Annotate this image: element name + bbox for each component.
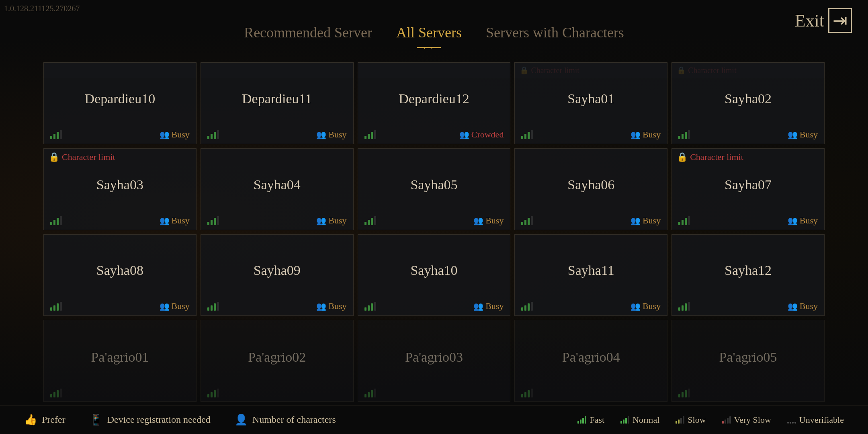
tab-active-indicator: · · <box>424 44 434 53</box>
status-icon: 👥 <box>316 216 326 225</box>
status-badge: 👥Busy <box>316 215 346 226</box>
server-name: Pa'agrio03 <box>364 328 504 386</box>
server-footer: 👥Busy <box>207 301 347 311</box>
server-footer <box>678 389 818 397</box>
signal-bars <box>50 216 62 225</box>
tab-recommended[interactable]: Recommended Server <box>244 24 372 45</box>
server-card[interactable]: Pa'agrio01 <box>43 320 197 402</box>
server-name: Sayha11 <box>521 243 661 299</box>
status-label: Busy <box>328 215 346 226</box>
signal-bars <box>678 216 690 225</box>
server-footer: 👥Busy <box>364 301 504 311</box>
server-name: Sayha04 <box>207 157 347 213</box>
server-footer: 👥Busy <box>50 301 190 311</box>
server-card[interactable]: Pa'agrio03 <box>358 320 511 402</box>
server-card[interactable]: 🔒Character limitSayha07👥Busy <box>671 148 825 230</box>
char-limit-badge: 🔒Character limit <box>677 152 743 162</box>
server-name: Sayha10 <box>364 243 504 299</box>
server-name: Pa'agrio05 <box>678 328 818 386</box>
server-card[interactable]: Pa'agrio05 <box>671 320 825 402</box>
lock-icon: 🔒 <box>49 152 59 162</box>
server-footer: 👥Busy <box>678 301 818 311</box>
server-card[interactable]: Sayha06👥Busy <box>514 148 667 230</box>
signal-bars <box>364 216 376 225</box>
server-card[interactable]: Pa'agrio04 <box>514 320 667 402</box>
legend-num-chars: 👤 Number of characters <box>235 414 336 426</box>
num-chars-icon: 👤 <box>235 414 248 426</box>
status-icon: 👥 <box>631 130 641 139</box>
server-card[interactable]: Sayha01👥Busy <box>514 62 667 144</box>
signal-bars <box>678 130 690 139</box>
speed-label-very-slow: Very Slow <box>734 415 771 425</box>
tab-bar: Recommended Server All Servers · · Serve… <box>244 24 624 45</box>
speed-bars-normal <box>620 416 629 424</box>
signal-bars <box>521 302 533 311</box>
exit-label: Exit <box>795 10 824 31</box>
signal-bars <box>207 216 219 225</box>
server-footer: 👥Busy <box>521 129 661 140</box>
server-footer: 👥Busy <box>364 215 504 226</box>
status-label: Crowded <box>471 129 504 140</box>
speed-item-fast: Fast <box>577 415 604 425</box>
speed-bars-fast <box>577 416 586 424</box>
server-card[interactable]: Sayha08👥Busy <box>43 234 197 316</box>
char-limit-badge: 🔒Character limit <box>49 152 115 162</box>
server-name: Pa'agrio04 <box>521 328 661 386</box>
speed-item-slow: Slow <box>676 415 706 425</box>
tab-servers-with-characters[interactable]: Servers with Characters <box>486 24 624 45</box>
speed-item-very-slow: Very Slow <box>722 415 771 425</box>
signal-bars <box>521 130 533 139</box>
signal-bars <box>207 389 219 397</box>
status-label: Busy <box>172 129 190 140</box>
exit-button[interactable]: Exit ⇥ <box>795 8 852 33</box>
server-footer: 👥Busy <box>678 215 818 226</box>
status-badge: 👥Busy <box>631 129 661 140</box>
server-card[interactable]: Sayha12👥Busy <box>671 234 825 316</box>
status-icon: 👥 <box>160 216 170 225</box>
status-label: Busy <box>800 215 818 226</box>
signal-bars <box>50 389 62 397</box>
server-card[interactable]: 🔒Character limitSayha03👥Busy <box>43 148 197 230</box>
server-name: Sayha12 <box>678 243 818 299</box>
signal-bars <box>364 302 376 311</box>
prefer-label: Prefer <box>42 414 66 425</box>
status-icon: 👥 <box>473 301 483 311</box>
status-label: Busy <box>328 129 346 140</box>
server-card[interactable]: Pa'agrio02 <box>201 320 354 402</box>
server-name: Sayha05 <box>364 157 504 213</box>
signal-bars <box>50 302 62 311</box>
speed-label-unverifiable: Unverifiable <box>799 415 844 425</box>
speed-bars-very-slow <box>722 416 731 424</box>
server-card[interactable]: Sayha09👥Busy <box>201 234 354 316</box>
server-footer: 👥Busy <box>678 129 818 140</box>
char-limit-text: Character limit <box>690 152 743 162</box>
speed-item-normal: Normal <box>620 415 659 425</box>
server-card[interactable]: Sayha11👥Busy <box>514 234 667 316</box>
server-card[interactable]: Sayha04👥Busy <box>201 148 354 230</box>
server-card[interactable]: Depardieu12👥Crowded <box>358 62 511 144</box>
tab-all-servers[interactable]: All Servers · · <box>396 24 462 45</box>
server-footer <box>364 389 504 397</box>
server-card[interactable]: Sayha02👥Busy <box>671 62 825 144</box>
exit-icon: ⇥ <box>828 8 852 33</box>
server-card[interactable]: Sayha05👥Busy <box>358 148 511 230</box>
server-footer: 👥Busy <box>50 215 190 226</box>
server-footer <box>50 389 190 397</box>
status-label: Busy <box>643 215 661 226</box>
server-card[interactable]: Sayha10👥Busy <box>358 234 511 316</box>
server-grid: Depardieu10👥BusyDepardieu11👥BusyDepardie… <box>43 62 825 402</box>
server-footer: 👥Busy <box>521 301 661 311</box>
speed-label-fast: Fast <box>590 415 604 425</box>
legend-device-reg: 📱 Device registration needed <box>90 414 211 426</box>
status-label: Busy <box>485 215 504 226</box>
status-icon: 👥 <box>459 130 469 139</box>
legend-prefer: 👍 Prefer <box>24 414 66 426</box>
status-badge: 👥Busy <box>473 215 504 226</box>
server-footer: 👥Crowded <box>364 129 504 140</box>
server-card[interactable]: Depardieu10👥Busy <box>43 62 197 144</box>
status-label: Busy <box>643 129 661 140</box>
signal-bars <box>364 130 376 139</box>
signal-bars <box>678 302 690 311</box>
server-name: Depardieu12 <box>364 71 504 127</box>
server-card[interactable]: Depardieu11👥Busy <box>201 62 354 144</box>
